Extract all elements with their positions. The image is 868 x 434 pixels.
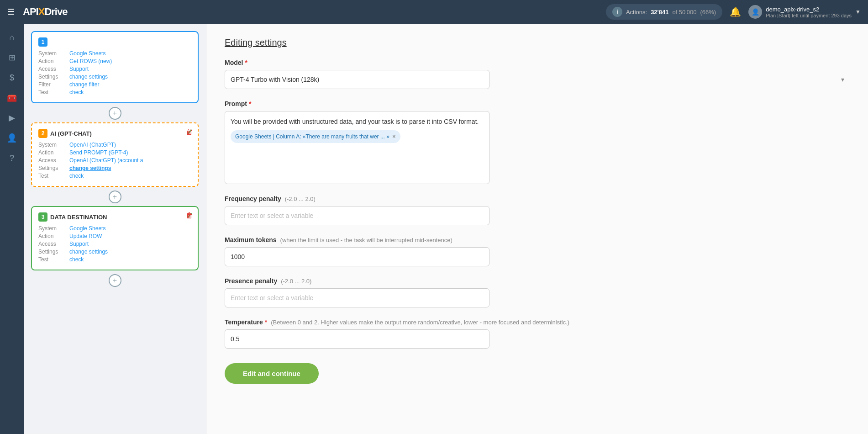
node-3-number: 3 (38, 212, 47, 222)
model-label: Model * (225, 59, 850, 66)
node-2-row-settings: Settings change settings (38, 165, 191, 171)
node-3-settings-value[interactable]: change settings (69, 249, 108, 255)
node-2-number: 2 (38, 129, 47, 138)
node-3-row-settings: Settings change settings (38, 249, 191, 255)
node-2-settings-value[interactable]: change settings (69, 165, 111, 171)
connector-2: + (31, 191, 199, 203)
node-2-row-action: Action Send PROMPT (GPT-4) (38, 149, 191, 156)
node-3-title: DATA DESTINATION (50, 214, 107, 221)
node-2-card: ✔ 🗑 2 AI (GPT-CHAT) System OpenAI (ChatG… (31, 122, 199, 187)
model-required: * (245, 59, 247, 66)
info-icon: i (612, 7, 622, 17)
topbar-actions: i Actions: 32'841 of 50'000 (66%) 🔔 👤 de… (606, 4, 861, 20)
prompt-tag-text: Google Sheets | Column A: «There are man… (235, 132, 389, 141)
model-chevron-icon: ▾ (841, 76, 844, 83)
prompt-tag-close-icon[interactable]: × (392, 132, 396, 141)
node-2-access-value[interactable]: OpenAI (ChatGPT) (account a (69, 157, 143, 164)
max-tokens-input[interactable] (225, 247, 489, 266)
node-2-title: AI (GPT-CHAT) (50, 130, 92, 137)
node-3-access-value[interactable]: Support (69, 241, 89, 247)
node-1-settings-value[interactable]: change settings (69, 74, 108, 80)
temperature-label: Temperature * (Between 0 and 2. Higher v… (225, 318, 850, 326)
node-2-test-value[interactable]: check (69, 173, 84, 179)
sidebar-nav: ⌂ ⊞ $ 🧰 ▶ 👤 ? (0, 24, 24, 434)
node-1-header: 1 (38, 37, 191, 47)
add-node-button-2[interactable]: + (109, 191, 121, 203)
node-1-row-filter: Filter change filter (38, 81, 191, 88)
logo-area: ☰ APIXDrive (7, 6, 67, 18)
prompt-textarea[interactable]: You will be provided with unstructured d… (225, 111, 489, 184)
user-name: demo_apix-drive_s2 (766, 6, 852, 13)
node-2-delete-button[interactable]: 🗑 (186, 128, 193, 136)
node-2-system-value[interactable]: OpenAI (ChatGPT) (69, 142, 116, 148)
nav-help-icon[interactable]: ? (4, 150, 20, 166)
presence-group: Presence penalty (-2.0 ... 2.0) (225, 277, 850, 307)
max-tokens-label: Maximum tokens (when the limit is used -… (225, 236, 850, 243)
prompt-group: Prompt * You will be provided with unstr… (225, 100, 850, 184)
frequency-hint: (-2.0 ... 2.0) (285, 196, 316, 202)
presence-input[interactable] (225, 288, 489, 307)
presence-label: Presence penalty (-2.0 ... 2.0) (225, 277, 850, 285)
hamburger-menu[interactable]: ☰ (7, 7, 15, 17)
node-3-action-value[interactable]: Update ROW (69, 233, 102, 239)
node-1-test-value[interactable]: check (69, 89, 84, 95)
user-info: 👤 demo_apix-drive_s2 Plan |Start| left u… (748, 5, 861, 19)
node-1-filter-value[interactable]: change filter (69, 81, 99, 88)
node-1-system-value[interactable]: Google Sheets (69, 50, 105, 57)
node-3-card: ✔ 🗑 3 DATA DESTINATION System Google She… (31, 206, 199, 270)
node-3-row-test: Test check (38, 256, 191, 263)
nav-tools-icon[interactable]: 🧰 (4, 90, 20, 106)
node-3-row-system: System Google Sheets (38, 225, 191, 232)
node-3-test-value[interactable]: check (69, 256, 84, 263)
node-3-system-value[interactable]: Google Sheets (69, 225, 105, 232)
node-2-header: 2 AI (GPT-CHAT) (38, 129, 191, 138)
main-layout: ⌂ ⊞ $ 🧰 ▶ 👤 ? 1 System Google Sheets Act… (0, 24, 868, 434)
node-3-row-action: Action Update ROW (38, 233, 191, 239)
model-select[interactable]: GPT-4 Turbo with Vision (128k) GPT-4 GPT… (225, 70, 489, 89)
frequency-group: Frequency penalty (-2.0 ... 2.0) (225, 195, 850, 225)
nav-grid-icon[interactable]: ⊞ (4, 49, 20, 66)
node-2-row-system: System OpenAI (ChatGPT) (38, 142, 191, 148)
temperature-input[interactable] (225, 329, 489, 349)
actions-label: Actions: (626, 9, 647, 16)
node-1-row-access: Access Support (38, 66, 191, 72)
nav-dollar-icon[interactable]: $ (4, 69, 20, 86)
model-select-wrapper: GPT-4 Turbo with Vision (128k) GPT-4 GPT… (225, 70, 850, 89)
node-3-header: 3 DATA DESTINATION (38, 212, 191, 222)
nav-user-icon[interactable]: 👤 (4, 130, 20, 146)
actions-pct: (66%) (700, 9, 716, 16)
node-1-row-test: Test check (38, 89, 191, 95)
node-1-row-settings: Settings change settings (38, 74, 191, 80)
connector-1: + (31, 107, 199, 120)
nav-play-icon[interactable]: ▶ (4, 110, 20, 126)
add-node-button-1[interactable]: + (109, 107, 121, 120)
node-1-action-value[interactable]: Get ROWS (new) (69, 58, 112, 64)
prompt-tag: Google Sheets | Column A: «There are man… (231, 130, 400, 143)
node-3-delete-button[interactable]: 🗑 (186, 212, 193, 220)
add-node-button-3[interactable]: + (109, 274, 121, 287)
node-1-card: 1 System Google Sheets Action Get ROWS (… (31, 31, 199, 103)
prompt-label: Prompt * (225, 100, 850, 107)
actions-count: 32'841 (651, 9, 668, 16)
node-1-row-action: Action Get ROWS (new) (38, 58, 191, 64)
node-3-row-access: Access Support (38, 241, 191, 247)
temperature-required: * (265, 318, 267, 326)
chevron-down-icon[interactable]: ▼ (855, 9, 861, 15)
max-tokens-group: Maximum tokens (when the limit is used -… (225, 236, 850, 266)
connector-3: + (31, 274, 199, 287)
topbar: ☰ APIXDrive i Actions: 32'841 of 50'000 … (0, 0, 868, 24)
edit-continue-button[interactable]: Edit and continue (225, 363, 319, 384)
prompt-required: * (249, 100, 251, 107)
bell-icon[interactable]: 🔔 (730, 6, 741, 17)
temperature-group: Temperature * (Between 0 and 2. Higher v… (225, 318, 850, 349)
node-2-action-value[interactable]: Send PROMPT (GPT-4) (69, 149, 128, 156)
frequency-input[interactable] (225, 206, 489, 225)
logo: APIXDrive (23, 6, 67, 18)
prompt-text: You will be provided with unstructured d… (231, 117, 484, 127)
user-plan: Plan |Start| left until payment 293 days (766, 13, 852, 18)
frequency-label: Frequency penalty (-2.0 ... 2.0) (225, 195, 850, 202)
node-1-access-value[interactable]: Support (69, 66, 89, 72)
node-1-number: 1 (38, 37, 47, 47)
nav-home-icon[interactable]: ⌂ (4, 29, 20, 46)
node-1-row-system: System Google Sheets (38, 50, 191, 57)
